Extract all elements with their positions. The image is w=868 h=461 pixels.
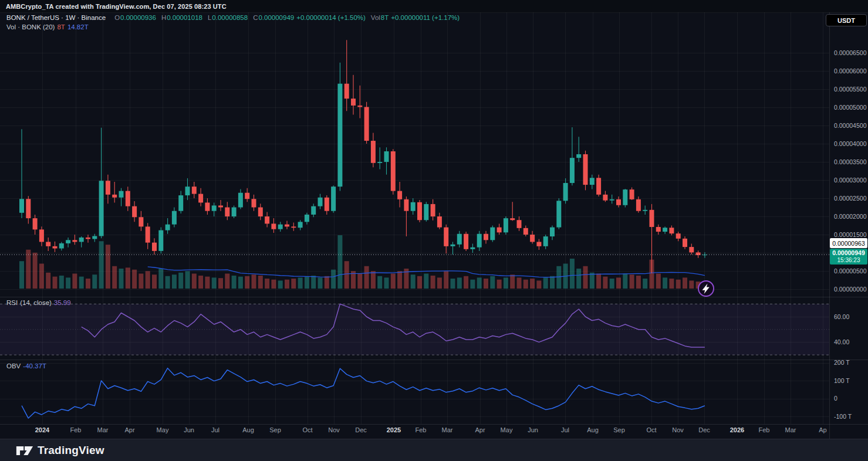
candle-body	[490, 228, 495, 240]
price-tick-label: 0.00000000	[834, 286, 867, 293]
volume-bar	[470, 280, 475, 289]
candle-body	[298, 222, 303, 228]
volume-bar	[451, 279, 455, 289]
month-label: Sep	[613, 426, 625, 433]
volume-bar	[596, 274, 601, 289]
last-price-label-text: 0.00000949	[832, 249, 865, 256]
volume-bar	[550, 276, 555, 289]
month-label: Aug	[242, 426, 254, 433]
obv-tick-label: 0	[834, 395, 837, 402]
candle-body	[205, 202, 210, 211]
volume-bar	[331, 270, 336, 289]
month-label: Apr	[475, 426, 485, 433]
volume-bar	[132, 270, 137, 289]
price-tick-label: 0.00003000	[834, 177, 867, 184]
candle-body	[245, 193, 249, 199]
candle-body	[39, 229, 44, 242]
volume-bar	[106, 245, 110, 289]
volume-bar	[424, 274, 428, 289]
volume-bar	[238, 277, 243, 289]
volume-bar	[583, 266, 588, 289]
price-tick-label: 0.00002500	[834, 195, 867, 202]
candle-body	[252, 199, 256, 207]
price-axis[interactable]: 0.000065000.000060000.000055000.00005000…	[834, 49, 867, 420]
tradingview-logo[interactable]: TradingView	[16, 444, 104, 457]
volume-bar	[99, 241, 104, 289]
candle-body	[417, 202, 422, 220]
chart-canvas[interactable]: 0.000065000.000060000.000055000.00005000…	[0, 12, 868, 439]
volume-bar	[397, 271, 402, 289]
candle-body	[543, 236, 548, 246]
volume-bar	[523, 280, 528, 289]
candle-body	[596, 178, 601, 195]
month-label: Dec	[355, 426, 367, 433]
candle-body	[424, 204, 428, 220]
candle-body	[325, 198, 329, 211]
candle-body	[536, 242, 541, 246]
candle-body	[337, 84, 342, 187]
candle-body	[676, 233, 681, 239]
candle-body	[411, 202, 416, 211]
volume-bar	[139, 274, 143, 289]
month-label: Mar	[785, 426, 796, 433]
year-label: 2024	[35, 426, 50, 433]
volume-bar	[464, 276, 468, 289]
volume-bar	[477, 277, 482, 289]
volume-bar	[656, 274, 661, 289]
obv-tick-label: 100 T	[834, 377, 850, 384]
volume-bar	[79, 277, 84, 289]
month-label: Mar	[97, 426, 109, 433]
volume-bar	[92, 274, 97, 289]
volume-bar	[345, 261, 349, 289]
candle-body	[92, 236, 97, 239]
time-axis[interactable]: 2024FebMarAprMayJunJulAugSepOctNovDec202…	[35, 426, 827, 433]
obv-tick-label: 200 T	[834, 359, 850, 366]
month-label: Oct	[302, 426, 312, 433]
bottom-toolbar: TradingView	[0, 439, 868, 461]
candle-body	[477, 234, 482, 248]
year-label: 2025	[387, 426, 401, 433]
month-label: Jun	[184, 426, 194, 433]
volume-bar	[669, 279, 674, 289]
tradingview-logo-text: TradingView	[38, 444, 104, 457]
rsi-band	[0, 304, 829, 355]
candle-body	[437, 216, 442, 228]
volume-bar	[46, 273, 50, 289]
volume-bar	[543, 277, 548, 289]
month-label: Sep	[269, 426, 281, 433]
price-tick-label: 0.00002000	[834, 213, 867, 220]
volume-bar	[19, 261, 24, 289]
candle-body	[258, 208, 263, 217]
candle-body	[271, 223, 276, 229]
candle-body	[86, 238, 90, 239]
lightning-button[interactable]	[698, 281, 714, 296]
currency-toggle-button[interactable]: USDT	[826, 14, 867, 26]
price-tick-label: 0.00006000	[834, 67, 867, 74]
obv-line	[22, 368, 705, 418]
countdown-text: 15:36:23	[837, 257, 860, 263]
candle-body	[19, 199, 24, 213]
volume-bar	[298, 277, 303, 289]
month-label: Oct	[646, 426, 656, 433]
price-tick-label: 0.00005000	[834, 104, 867, 111]
candle-body	[265, 216, 269, 223]
candle-body	[351, 99, 356, 106]
price-tick-label: 0.00006500	[834, 49, 867, 56]
volume-bar	[325, 276, 329, 289]
volume-bar	[556, 266, 561, 289]
candle-body	[497, 228, 502, 233]
candle-body	[26, 199, 31, 218]
price-tick-label: 0.00001500	[834, 231, 867, 238]
volume-bar	[72, 274, 77, 289]
candle-body	[53, 246, 58, 249]
candle-body	[431, 204, 435, 216]
candle-body	[404, 199, 408, 211]
month-label: Feb	[416, 426, 427, 433]
month-label: Feb	[759, 426, 770, 433]
candle-body	[311, 206, 316, 215]
candle-body	[139, 217, 143, 226]
month-label: Ap	[819, 426, 826, 433]
price-tick-label: 0.00000500	[834, 267, 867, 274]
price-tick-label: 0.00005500	[834, 86, 867, 93]
tradingview-chart-widget: AMBCrypto_TA created with TradingView.co…	[0, 0, 868, 461]
